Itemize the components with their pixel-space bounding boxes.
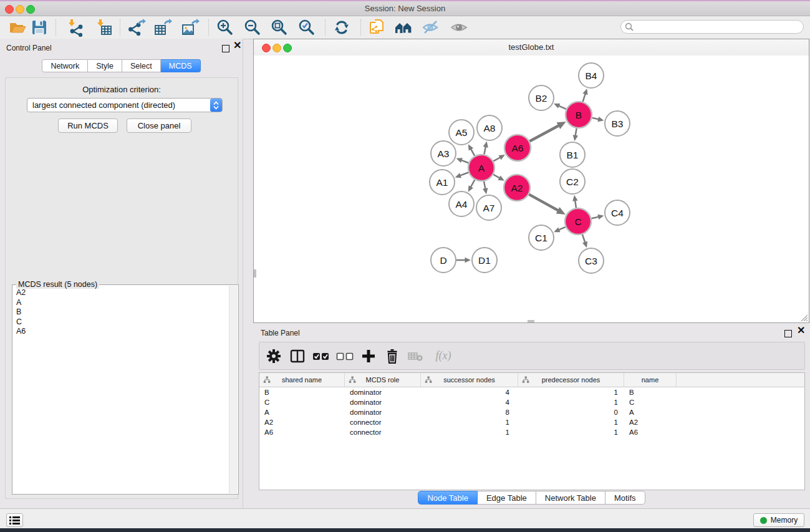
tab-select[interactable]: Select <box>122 59 161 72</box>
table-cell[interactable]: connector <box>345 427 421 437</box>
hide-selected-icon[interactable] <box>421 18 440 37</box>
search-field[interactable] <box>620 20 804 34</box>
table-cell[interactable]: 1 <box>518 387 624 397</box>
table-cell[interactable]: B <box>624 387 677 397</box>
show-column-panel-icon[interactable] <box>288 347 307 365</box>
table-settings-gear-icon[interactable] <box>264 347 283 365</box>
tab-node-table[interactable]: Node Table <box>418 491 478 505</box>
zoom-in-icon[interactable] <box>216 18 234 37</box>
table-cell[interactable]: 1 <box>421 427 518 437</box>
column-header-mcds-role[interactable]: MCDS role <box>345 373 421 387</box>
search-input[interactable] <box>637 22 799 32</box>
graph-edge-A-A7[interactable] <box>484 181 486 190</box>
open-session-icon[interactable] <box>8 18 27 37</box>
table-cell[interactable]: C <box>259 397 345 407</box>
memory-button[interactable]: Memory <box>753 513 804 527</box>
table-cell[interactable]: dominator <box>345 397 421 407</box>
refresh-layout-icon[interactable] <box>332 18 351 37</box>
graph-edge-A-A1[interactable] <box>460 173 469 176</box>
float-panel-icon[interactable] <box>222 45 229 52</box>
table-cell[interactable]: 4 <box>421 387 518 397</box>
table-cell[interactable]: A <box>624 407 677 417</box>
close-panel-icon[interactable]: ✕ <box>233 41 241 51</box>
export-image-icon[interactable] <box>181 18 200 37</box>
column-header-predecessor-nodes[interactable]: predecessor nodes <box>518 373 624 387</box>
graph-edge-A-A5[interactable] <box>470 148 475 156</box>
table-cell[interactable]: connector <box>345 417 421 427</box>
delete-column-trash-icon[interactable] <box>383 347 402 365</box>
mcds-result-item[interactable]: A6 <box>14 327 228 337</box>
tab-motifs[interactable]: Motifs <box>605 491 645 505</box>
table-cell[interactable]: 0 <box>518 407 624 417</box>
table-cell[interactable]: 1 <box>518 427 624 437</box>
mcds-result-item[interactable]: A <box>14 298 228 308</box>
export-network-icon[interactable] <box>127 18 146 37</box>
table-cell[interactable]: A2 <box>624 417 677 427</box>
select-all-columns-icon[interactable] <box>312 347 330 365</box>
table-row[interactable]: Adominator80A <box>259 407 804 417</box>
import-table-icon[interactable] <box>94 18 113 37</box>
table-float-panel-icon[interactable] <box>784 330 792 337</box>
save-session-icon[interactable] <box>30 18 49 37</box>
table-cell[interactable]: A6 <box>259 427 345 437</box>
mcds-result-item[interactable]: B <box>14 307 228 317</box>
criterion-dropdown[interactable]: largest connected component (directed) <box>27 98 223 112</box>
table-cell[interactable]: A6 <box>624 427 677 437</box>
table-cell[interactable]: B <box>259 387 345 397</box>
graph-edge-A-A3[interactable] <box>461 160 469 163</box>
column-header-successor-nodes[interactable]: successor nodes <box>421 373 518 387</box>
table-cell[interactable]: dominator <box>345 407 421 417</box>
graph-edge-A-A4[interactable] <box>470 180 475 188</box>
table-cell[interactable]: A2 <box>259 417 345 427</box>
graph-edge-A2-C[interactable] <box>529 195 559 211</box>
main-titlebar: Session: New Session <box>0 1 810 16</box>
tab-network[interactable]: Network <box>42 59 88 72</box>
table-row[interactable]: Cdominator41C <box>259 397 804 407</box>
first-neighbors-icon[interactable] <box>394 18 413 37</box>
zoom-out-icon[interactable] <box>243 18 262 37</box>
table-cell[interactable]: C <box>624 397 677 407</box>
tab-style[interactable]: Style <box>88 59 122 72</box>
table-row[interactable]: A6connector11A6 <box>259 427 804 437</box>
close-panel-button[interactable]: Close panel <box>127 118 191 133</box>
zoom-fit-icon[interactable] <box>270 18 289 37</box>
graph-edge-B-B4[interactable] <box>583 93 586 102</box>
network-canvas[interactable]: B4B2BB3A8A5A6A3B1AC2A1A2A4A7C4CC1C3DD1 <box>254 56 809 322</box>
run-mcds-button[interactable]: Run MCDS <box>58 118 118 133</box>
table-close-panel-icon[interactable]: ✕ <box>797 326 805 336</box>
unselect-all-columns-icon[interactable] <box>335 347 354 365</box>
import-network-icon[interactable] <box>65 18 84 37</box>
task-history-button[interactable] <box>6 513 23 527</box>
graph-edge-A6-B[interactable] <box>529 125 559 142</box>
canvas-horizontal-scroll-thumb[interactable] <box>528 320 534 322</box>
tab-mcds[interactable]: MCDS <box>161 59 201 72</box>
tab-network-table[interactable]: Network Table <box>536 491 605 505</box>
graph-edge-B-B2[interactable] <box>558 105 566 109</box>
graph-edge-A-A6[interactable] <box>493 157 501 162</box>
zoom-selected-icon[interactable] <box>297 18 316 37</box>
graph-edge-A-A8[interactable] <box>484 146 486 155</box>
column-header-name[interactable]: name <box>624 373 677 387</box>
table-cell[interactable]: A <box>259 407 345 417</box>
mcds-result-item[interactable]: C <box>14 317 228 327</box>
table-cell[interactable]: 1 <box>421 417 518 427</box>
show-all-icon[interactable] <box>450 18 468 37</box>
create-column-plus-icon[interactable] <box>359 347 378 365</box>
network-graph[interactable]: B4B2BB3A8A5A6A3B1AC2A1A2A4A7C4CC1C3DD1 <box>254 56 809 322</box>
column-header-shared-name[interactable]: shared name <box>259 373 345 387</box>
graph-edge-C-C3[interactable] <box>582 235 586 243</box>
mcds-result-item[interactable]: A2 <box>14 288 228 298</box>
table-row[interactable]: Bdominator41B <box>259 387 804 397</box>
tab-edge-table[interactable]: Edge Table <box>478 491 536 505</box>
resize-grip-icon[interactable] <box>800 314 808 322</box>
table-cell[interactable]: 4 <box>421 397 518 407</box>
table-row[interactable]: A2connector11A2 <box>259 417 804 427</box>
table-cell[interactable]: 8 <box>421 407 518 417</box>
result-scrollbar[interactable] <box>229 286 238 493</box>
table-cell[interactable]: 1 <box>518 417 624 427</box>
export-table-icon[interactable] <box>153 18 172 37</box>
table-cell[interactable]: 1 <box>518 397 624 407</box>
table-cell[interactable]: dominator <box>345 387 421 397</box>
new-network-from-selection-icon[interactable] <box>368 18 387 37</box>
canvas-vertical-scroll-thumb[interactable] <box>254 269 256 278</box>
